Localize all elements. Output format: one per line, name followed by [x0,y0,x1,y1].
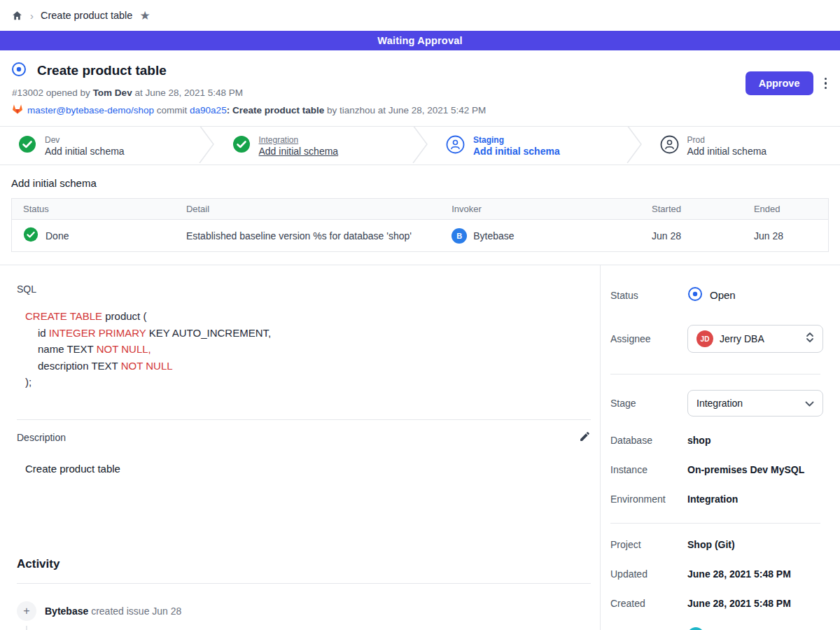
assignee-label: Assignee [610,333,687,344]
status-value: Open [710,289,736,301]
stage-separator-icon [412,125,428,166]
home-icon[interactable] [11,10,23,22]
open-status-icon [687,286,703,304]
commit-line: master@bytebase-demo/shop commit da90a25… [12,104,829,116]
instance-value: On-premises Dev MySQL [687,464,804,475]
waiting-approval-banner: Waiting Approval [0,31,840,50]
assignee-value: Jerry DBA [720,333,799,344]
description-label: Description [17,432,66,443]
banner-text: Waiting Approval [377,35,462,46]
created-value: June 28, 2021 5:48 PM [687,598,791,609]
divider [610,374,820,374]
invoker-avatar: B [451,228,467,244]
column-header-ended: Ended [743,199,829,220]
column-header-invoker: Invoker [440,199,640,220]
project-label: Project [610,539,687,550]
updated-value: June 28, 2021 5:48 PM [687,568,791,580]
issue-author: Tom Dev [93,88,132,98]
gitlab-icon [12,104,23,116]
stage-env-label: Staging [473,135,560,145]
commit-word: commit [157,105,188,115]
instance-label: Instance [610,464,687,475]
issue-sidebar: Status Open Assignee JD Jerry DBA Stage … [601,265,840,630]
sql-section-label: SQL [17,284,589,295]
sql-keyword: INTEGER PRIMARY [49,327,146,339]
created-label: Created [610,598,687,609]
stage-dev: DevAdd initial schema [0,127,199,164]
table-row[interactable]: Done Established baseline version %s for… [12,220,829,252]
kebab-menu-icon[interactable] [822,75,830,92]
page-title: Create product table [37,63,167,78]
stage-label: Stage [610,398,687,409]
task-status-text: Done [46,230,69,241]
stage-done-icon [232,135,251,156]
task-section-title: Add initial schema [11,177,829,189]
chevron-down-icon [805,397,814,410]
stage-env-label[interactable]: Integration [259,135,339,145]
sql-keyword: CREATE TABLE [25,310,102,322]
stage-task-label: Add initial schema [45,146,125,157]
project-value: Shop (Git) [687,539,735,550]
commit-branch-link[interactable]: master@bytebase-demo/shop [27,105,154,115]
issue-open-time: at June 28, 2021 5:48 PM [134,88,243,98]
sql-code-block: CREATE TABLE product ( id INTEGER PRIMAR… [25,308,589,391]
star-icon[interactable]: ★ [139,10,150,22]
issue-header: Create product table #13002 opened by To… [0,50,840,126]
assignee-select[interactable]: JD Jerry DBA [687,325,823,353]
pipeline-stage-bar: DevAdd initial schema IntegrationAdd ini… [0,126,840,165]
stage-select[interactable]: Integration [687,390,823,416]
stage-done-icon [18,135,36,156]
sql-text: description TEXT [38,360,121,372]
activity-section-title: Activity [17,557,589,571]
sql-text: KEY AUTO_INCREMENT, [146,327,271,339]
divider [610,523,820,524]
sql-keyword: NOT NULL [121,360,173,372]
task-table: Status Detail Invoker Started Ended Done… [11,198,829,252]
task-started-date: Jun 28 [640,220,743,252]
edit-pencil-icon[interactable] [579,430,591,445]
activity-actor: Bytebase [45,606,88,617]
column-header-status: Status [12,199,175,220]
stage-prod: ProdAdd initial schema [642,127,840,164]
activity-action: created issue Jun 28 [91,606,181,617]
invoker-name: Bytebase [473,230,514,241]
environment-value: Integration [687,493,738,505]
updated-label: Updated [610,568,687,580]
sql-text: product ( [102,310,146,322]
divider [17,419,591,420]
stage-active-person-icon [446,135,465,157]
sql-text: id [38,327,49,339]
sql-text: name TEXT [38,343,97,355]
stage-integration[interactable]: IntegrationAdd initial schema [214,127,413,164]
description-content[interactable]: Create product table [25,463,589,475]
breadcrumb: › Create product table ★ [0,0,840,31]
column-header-started: Started [640,199,743,220]
stage-env-label: Dev [45,135,125,145]
task-section: Add initial schema Status Detail Invoker… [0,165,840,265]
approve-button[interactable]: Approve [746,71,813,95]
stage-pending-person-icon [660,135,679,157]
stage-separator-icon [199,125,214,166]
issue-open-icon [11,62,27,80]
column-header-detail: Detail [175,199,440,220]
issue-meta: #13002 opened by Tom Dev at June 28, 202… [12,88,829,98]
activity-timeline-line [26,626,27,630]
task-ended-date: Jun 28 [743,220,829,252]
stage-task-label[interactable]: Add initial schema [259,146,339,157]
commit-author-time: by tianzhou at June 28, 2021 5:42 PM [327,105,486,115]
issue-detail-pane: SQL CREATE TABLE product ( id INTEGER PR… [0,265,601,630]
plus-icon: + [17,601,36,621]
status-label: Status [610,290,687,301]
stage-value: Integration [696,398,799,409]
stage-env-label: Prod [687,135,767,145]
breadcrumb-chevron-icon: › [30,10,34,22]
breadcrumb-page-title: Create product table [41,10,132,21]
task-detail-text: Established baseline version %s for data… [175,220,440,252]
divider [17,583,591,584]
stage-task-label: Add initial schema [687,146,767,157]
commit-hash-link[interactable]: da90a25 [190,105,227,115]
activity-item: + Bytebase created issue Jun 28 [17,601,589,621]
commit-message: : Create product table [227,105,325,115]
updown-chevron-icon [806,332,814,346]
sql-keyword: NOT NULL, [97,343,151,355]
